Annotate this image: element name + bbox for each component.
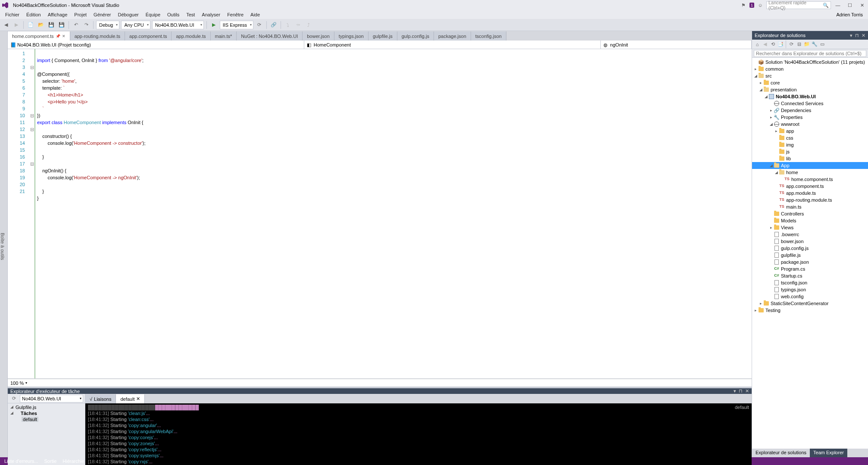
tree-home-component-ts[interactable]: TShome.component.ts [752,176,868,183]
new-project-button[interactable]: 📄 [26,21,35,29]
start-button[interactable]: ▶ [209,21,218,29]
menu-fichier[interactable]: Fichier [2,11,23,19]
browser-link-button[interactable]: 🔗 [269,21,278,29]
open-button[interactable]: 📂 [37,21,45,29]
solution-tree[interactable]: 📦Solution 'No404BackOfficeSolution' (11 … [752,58,868,449]
pin-icon[interactable]: 📌 [56,34,60,38]
menu-analyser[interactable]: Analyser [198,11,224,19]
step-out-button[interactable]: ⤴ [304,21,313,29]
tree-typings-json[interactable]: typings.json [752,286,868,293]
tree-home[interactable]: ◢home [752,169,868,176]
tree-app-component-ts[interactable]: TSapp.component.ts [752,183,868,190]
panel-pin-icon[interactable]: ⊓ [855,33,859,38]
close-icon[interactable]: ✕ [136,396,140,402]
tree-app-module-ts[interactable]: TSapp.module.ts [752,190,868,197]
tree-web-config[interactable]: web.config [752,293,868,300]
task-tasks-node[interactable]: ◢Tâches [9,410,83,416]
refresh-browser-button[interactable]: ⟳ [255,21,264,29]
refresh-tasks-button[interactable]: ⟳ [9,394,18,403]
tab-bower-json[interactable]: bower.json [303,31,334,41]
menu-affichage[interactable]: Affichage [44,11,71,19]
task-console[interactable]: █████████████████████████████████default… [85,403,752,465]
pending-button[interactable]: 📑 [777,41,784,48]
save-button[interactable]: 💾 [47,21,56,29]
tab-package-json[interactable]: package.json [434,31,471,41]
user-name[interactable]: Adrien Torris [836,12,866,17]
notification-badge[interactable]: 1 [749,3,754,8]
tree-bower-json[interactable]: bower.json [752,238,868,245]
tree--bowerrc[interactable]: .bowerrc [752,231,868,238]
tab-app-component-ts[interactable]: app.component.ts [125,31,172,41]
undo-button[interactable]: ↶ [72,21,80,29]
tree-js[interactable]: js [752,148,868,155]
redo-button[interactable]: ↷ [82,21,91,29]
run-target-select[interactable]: IIS Express [220,21,253,29]
panel-pin-icon[interactable]: ⊓ [739,388,743,394]
tab-home-component-ts[interactable]: home.component.ts📌✕ [8,31,70,41]
tree-App[interactable]: ◢App [752,162,868,169]
menu-projet[interactable]: Projet [71,11,90,19]
tree-src[interactable]: ◢src [752,72,868,79]
menu-édition[interactable]: Édition [23,11,44,19]
menu-équipe[interactable]: Équipe [142,11,164,19]
platform-select[interactable]: Any CPU [121,21,150,29]
tab-gulpfile-js[interactable]: gulpfile.js [368,31,397,41]
minimize-button[interactable]: — [833,1,843,9]
nav-back-button[interactable]: ◀ [2,21,10,29]
tree-Program-cs[interactable]: C#Program.cs [752,265,868,272]
tree-css[interactable]: css [752,134,868,141]
tree-Models[interactable]: Models [752,217,868,224]
tree-presentation[interactable]: ◢presentation [752,86,868,93]
status-Liste-d-erreurs---[interactable]: Liste d'erreurs... [4,459,38,464]
menu-générer[interactable]: Générer [90,11,114,19]
task-project-select[interactable]: No404.BO.Web.UI [20,395,83,403]
task-tab-Liaisons[interactable]: √ Liaisons [85,394,116,403]
tree-package-json[interactable]: package.json [752,259,868,265]
bottom-tab-Explorateur-de-solutions[interactable]: Explorateur de solutions [752,449,810,457]
tab-gulp-config-js[interactable]: gulp.config.js [397,31,434,41]
menu-fenêtre[interactable]: Fenêtre [224,11,247,19]
step-over-button[interactable]: ⤼ [294,21,303,29]
menu-déboguer[interactable]: Déboguer [114,11,142,19]
tree-common[interactable]: ▸common [752,66,868,72]
nav-project[interactable]: 📘No404.BO.Web.UI (Projet tsconfig) [8,41,304,49]
tree-No404-BO-Web-UI[interactable]: ◢No404.BO.Web.UI [752,93,868,100]
quick-launch-input[interactable]: Lancement rapide (Ctrl+Q) 🔍 [766,1,831,9]
bottom-tab-Team-Explorer[interactable]: Team Explorer [810,449,847,457]
status-Sortie[interactable]: Sortie [44,459,57,464]
feedback-icon[interactable]: ☺ [756,1,765,9]
tree-app[interactable]: ▸app [752,128,868,134]
tab-main-ts-[interactable]: main.ts* [211,31,237,41]
tree-Dependencies[interactable]: ▸🔗Dependencies [752,107,868,114]
tree-app-routing-module-ts[interactable]: TSapp-routing.module.ts [752,197,868,203]
step-into-button[interactable]: ⤵ [284,21,292,29]
tab-app-module-ts[interactable]: app.module.ts [172,31,210,41]
nav-fwd-button[interactable]: ▶ [12,21,21,29]
panel-close-icon[interactable]: ✕ [862,33,865,38]
tab-NuGet---No404-BO-Web-UI[interactable]: NuGet : No404.BO.Web.UI [237,31,303,41]
nav-member[interactable]: ◍ngOnInit [601,41,752,49]
preview-button[interactable]: ▭ [819,41,826,48]
save-all-button[interactable]: 💾 [57,21,66,29]
tree-lib[interactable]: lib [752,155,868,162]
task-tree[interactable]: ◢Gulpfile.js ◢Tâches default [8,403,85,465]
back-button[interactable]: ◀ [762,41,768,48]
tree-gulpfile-js[interactable]: gulpfile.js [752,252,868,259]
menu-outils[interactable]: Outils [164,11,183,19]
task-default-node[interactable]: default [9,416,83,422]
panel-dropdown-icon[interactable]: ▾ [850,33,852,38]
tree-StaticSiteContentGenerator[interactable]: ▸StaticSiteContentGenerator [752,300,868,307]
tab-typings-json[interactable]: typings.json [334,31,368,41]
close-icon[interactable]: ✕ [62,34,66,38]
maximize-button[interactable]: ☐ [845,1,855,9]
menu-test[interactable]: Test [183,11,198,19]
tree-img[interactable]: img [752,141,868,148]
tab-app-routing-module-ts[interactable]: app-routing.module.ts [70,31,125,41]
tree-Solution--No404BackOfficeSolution---11-projets-[interactable]: 📦Solution 'No404BackOfficeSolution' (11 … [752,59,868,66]
code-content[interactable]: import { Component, OnInit } from '@angu… [35,49,752,378]
collapse-button[interactable]: ⊟ [796,41,802,48]
tab-tsconfig-json[interactable]: tsconfig.json [471,31,506,41]
menu-aide[interactable]: Aide [247,11,263,19]
tree-Views[interactable]: ▸Views [752,224,868,231]
tree-gulp-config-js[interactable]: gulp.config.js [752,245,868,252]
